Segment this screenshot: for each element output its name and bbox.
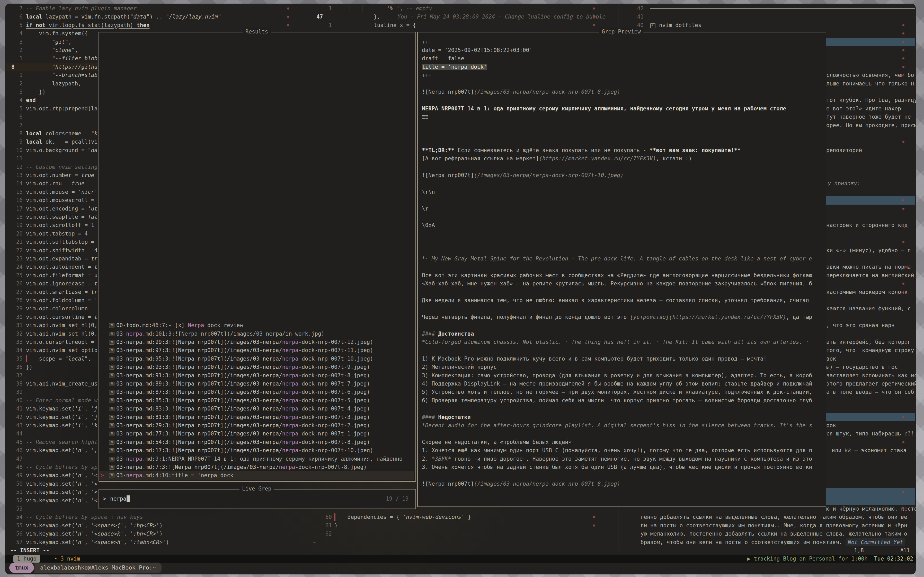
result-item[interactable]: 03-nerpa.md:101:3:![Nerpa nrp007t](/imag… bbox=[116, 330, 325, 338]
editor-line[interactable]: орее. Но вы проходите, присм bbox=[826, 121, 917, 130]
editor-line[interactable]: заставляет вспоминать как ис bbox=[826, 371, 917, 380]
editor-line[interactable]: vim.opt.expandtab = tr bbox=[26, 255, 98, 263]
editor-line[interactable]: пенно добавлять ссылки на выделенные сло… bbox=[641, 513, 907, 521]
editor-line[interactable]: }, bbox=[374, 13, 380, 21]
editor-line[interactable]: вок bbox=[826, 355, 836, 363]
editor-line[interactable]: '%=', -- empty bbox=[387, 4, 432, 13]
editor-line[interactable]: -- Enable lazy nvim plugin manager bbox=[26, 4, 137, 13]
search-input[interactable]: nerpa bbox=[110, 495, 126, 503]
editor-line[interactable]: -- Remove search highl bbox=[26, 438, 98, 446]
tmux-window-active[interactable]: 1 hugo bbox=[13, 555, 40, 562]
editor-line[interactable]: vim.opt.rnu = true bbox=[26, 179, 85, 188]
editor-line[interactable]: того, что командную строку bbox=[826, 346, 914, 355]
editor-line[interactable]: vim.opt.softtabstop = bbox=[26, 238, 95, 246]
editor-line[interactable]: этого предлагает еретический bbox=[826, 380, 917, 388]
editor-line[interactable]: vim.opt.scrolloff = 1 bbox=[26, 221, 95, 230]
editor-line[interactable]: каются названия функций, с bbox=[826, 305, 911, 313]
result-item[interactable]: 03-nerpa.md:77:3:![Nerpa nrp007t](/image… bbox=[116, 430, 370, 438]
editor-line[interactable]: vim.opt.fileformat = u bbox=[26, 271, 98, 280]
editor-line[interactable]: local ok, _ = pcall(vi bbox=[26, 138, 98, 146]
editor-line[interactable]: ы) — государство в гос bbox=[826, 363, 898, 371]
editor-line[interactable]: vim.opt.mouse = 'nicr' bbox=[26, 188, 98, 197]
result-item[interactable]: 03-nerpa.md:97:3:![Nerpa nrp007t](/image… bbox=[116, 346, 373, 355]
editor-line[interactable]: vim.keymap.set('n', '<space>k', ':bn<CR>… bbox=[26, 530, 162, 538]
editor-line[interactable]: -- Custom nvim setting bbox=[26, 163, 98, 171]
tmux-window-other[interactable]: • 3 nvim bbox=[54, 554, 80, 563]
editor-line[interactable]: сложностью освоения, чем бо bbox=[826, 71, 914, 79]
editor-line[interactable]: vim.keymap.set('n', '<space>j', ':bp<CR>… bbox=[26, 521, 162, 530]
editor-line[interactable]: а в поле ввода — что он себ bbox=[826, 388, 914, 396]
editor-line[interactable]: vim.opt.number = true bbox=[26, 171, 95, 180]
result-item[interactable]: 03-nerpa.md:7:3:![Nerpa nrp007t](/images… bbox=[116, 463, 367, 471]
editor-line[interactable]: vim.keymap.set('n', ', bbox=[26, 446, 98, 455]
editor-line[interactable]: vim.api.nvim_set_hl(0, bbox=[26, 321, 98, 330]
result-item[interactable]: 03-nerpa.md:85:3:![Nerpa nrp007t](/image… bbox=[116, 396, 370, 405]
editor-line[interactable]: scope = "local", bbox=[26, 355, 91, 363]
editor-line[interactable]: vim.opt.smartcase = tr bbox=[26, 288, 98, 297]
result-item[interactable]: 03-nerpa.md:17:3:![Nerpa nrp007t](/image… bbox=[116, 446, 373, 455]
editor-line[interactable]: рок bbox=[826, 421, 836, 430]
editor-line[interactable]: льше понимаешь что только н bbox=[826, 79, 914, 88]
editor-line[interactable]: у приложу: bbox=[828, 179, 860, 188]
result-item[interactable]: 03-nerpa.md:83:3:![Nerpa nrp007t](/image… bbox=[116, 405, 370, 413]
editor-line[interactable]: е вот это?» идите нахер bbox=[826, 105, 901, 113]
result-item[interactable]: 03-nerpa.md:91:3:![Nerpa nrp007t](/image… bbox=[116, 371, 370, 380]
editor-line[interactable]: ся штук, типа набираешь cll bbox=[826, 430, 914, 438]
editor-line[interactable]: переключается на английский bbox=[826, 271, 914, 280]
editor-line[interactable]: "--filter=blob bbox=[26, 54, 98, 63]
editor-line[interactable]: тот клубок. Про Lua, разницу bbox=[826, 96, 917, 105]
editor-line[interactable]: vim.opt.mousescroll = bbox=[26, 196, 95, 205]
editor-line[interactable]: vim.keymap.set('n', '< bbox=[26, 480, 98, 488]
editor-line[interactable]: vim.opt.swapfile = fal bbox=[26, 213, 98, 221]
editor-line[interactable]: тут наверное тоже будет не bbox=[826, 113, 911, 121]
result-item[interactable]: 03-nerpa.md:95:3:![Nerpa nrp007t](/image… bbox=[116, 355, 373, 363]
editor-line[interactable]: }) bbox=[26, 363, 32, 371]
result-item[interactable]: 03-nerpa.md:54:3:![Nerpa nrp007t](/image… bbox=[116, 438, 370, 446]
editor-line[interactable]: nvim dotfiles bbox=[659, 21, 701, 30]
result-item[interactable]: 00-todo.md:46:7:- [x] Nerpa dock review bbox=[116, 321, 243, 330]
editor-line[interactable]: , что это сраная нарн bbox=[826, 321, 895, 330]
editor-line[interactable]: vim.opt.autoindent = t bbox=[26, 263, 98, 271]
editor-line[interactable]: }) bbox=[26, 88, 45, 96]
editor-line[interactable]: ую меланхолию, постепенно добавлять ссыл… bbox=[641, 530, 907, 538]
result-item[interactable]: 03-nerpa.md:79:3:![Nerpa nrp007t](/image… bbox=[116, 421, 370, 430]
editor-line[interactable]: репозиторий bbox=[826, 146, 862, 155]
result-item[interactable]: 03-nerpa.md:93:3:![Nerpa nrp007t](/image… bbox=[116, 363, 370, 371]
editor-line[interactable]: if not vim.loop.fs_stat(lazypath) then bbox=[26, 21, 149, 30]
editor-line[interactable]: vim.api.nvim_set_hl(0, bbox=[26, 330, 98, 338]
editor-line[interactable]: -- Cycle buffers by sp bbox=[26, 463, 98, 471]
result-item[interactable]: 03-nerpa.md:89:3:![Nerpa nrp007t](/image… bbox=[116, 380, 370, 388]
editor-line[interactable]: local lazypath = vim.fn.stdpath("data") … bbox=[26, 13, 221, 21]
editor-line[interactable]: vim.keymap.set('n', '< bbox=[26, 471, 98, 480]
editor-line[interactable]: или kk — экономит стака bbox=[832, 446, 906, 455]
editor-line[interactable]: "clone", bbox=[26, 46, 78, 55]
editor-line[interactable]: vim.opt.ignorecase = t bbox=[26, 279, 98, 288]
result-item[interactable]: 03-nerpa.md:4:10:title = 'nerpa dock' bbox=[116, 471, 237, 480]
editor-line[interactable]: You · Fri May 24 03:28:09 2024 · Change … bbox=[397, 13, 606, 21]
editor-line[interactable]: vim.opt.cursorline = t bbox=[26, 313, 98, 321]
editor-line[interactable]: vim.opt.shiftwidth = 4 bbox=[26, 246, 98, 255]
editor-line[interactable]: vim.opt.tabstop = 4 bbox=[26, 230, 88, 238]
result-item[interactable]: 03-nerpa.md:87:3:![Nerpa nrp007t](/image… bbox=[116, 388, 370, 396]
editor-line[interactable]: vim.keymap.set('i', 'k bbox=[26, 421, 98, 430]
editor-line[interactable]: настроек и стороннего код bbox=[826, 221, 908, 230]
editor-line[interactable]: "--branch=stab bbox=[26, 71, 98, 79]
result-item[interactable]: 03-nerpa.md:81:3:![Nerpa nrp007t](/image… bbox=[116, 413, 370, 422]
editor-line[interactable]: vim.keymap.set('n', '< bbox=[26, 496, 98, 505]
editor-line[interactable]: ать интерфейс, без которог bbox=[826, 338, 911, 347]
editor-line[interactable]: ки «-» (минус), удобно — п bbox=[826, 246, 911, 255]
editor-line[interactable]: vim.opt.foldcolumn = ' bbox=[26, 296, 98, 305]
editor-line[interactable]: vim.api.nvim_set_optio bbox=[26, 346, 98, 355]
editor-line[interactable]: "https://githu bbox=[26, 63, 98, 71]
editor-line[interactable]: vim.keymap.set('n', '< bbox=[26, 488, 98, 496]
editor-line[interactable]: vim.opt.rtp:prepend(la bbox=[26, 105, 98, 113]
editor-line[interactable]: local colorscheme = "k bbox=[26, 129, 98, 138]
editor-line[interactable]: бразом, чтобы они вели на посты о соотве… bbox=[641, 538, 842, 546]
editor-line[interactable]: авки можно писать на норма bbox=[826, 263, 911, 271]
editor-line[interactable]: } bbox=[334, 521, 338, 530]
result-item[interactable]: 03-nerpa.md:9:1:NERPA NRP007T 14 в 1: од… bbox=[116, 455, 403, 463]
editor-line[interactable]: vim.o.cursorlineopt =' bbox=[26, 338, 98, 347]
editor-line[interactable]: vim.opt.colorcolumn = bbox=[26, 305, 95, 313]
editor-line[interactable]: vim.api.nvim_create_us bbox=[26, 380, 98, 388]
editor-line[interactable]: -- Cycle buffers by space + nav keys bbox=[26, 513, 143, 521]
